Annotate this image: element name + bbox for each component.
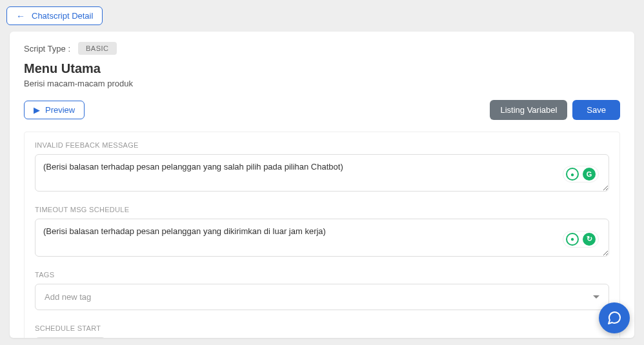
timeout-msg-textarea[interactable] xyxy=(35,219,609,256)
grammar-widget-2: ● ↻ xyxy=(563,231,599,248)
tags-select[interactable]: Add new tag xyxy=(35,284,609,310)
back-label: Chatscript Detail xyxy=(32,11,93,21)
chevron-down-icon xyxy=(593,295,599,299)
listing-variabel-button[interactable]: Listing Variabel xyxy=(490,100,567,120)
bulb-icon[interactable]: ● xyxy=(566,233,579,246)
script-type-chip: BASIC xyxy=(78,42,117,55)
invalid-feedback-label: INVALID FEEBACK MESSAGE xyxy=(35,141,609,149)
arrow-left-icon: ← xyxy=(16,12,25,21)
tags-placeholder: Add new tag xyxy=(45,292,91,302)
form-area: INVALID FEEBACK MESSAGE ● G TIMEOUT MSG … xyxy=(24,132,620,338)
play-icon: ▶ xyxy=(34,105,40,115)
save-button[interactable]: Save xyxy=(572,100,620,120)
grammar-check-icon[interactable]: G xyxy=(583,168,596,181)
grammar-check-icon[interactable]: ↻ xyxy=(583,233,596,246)
grammar-widget: ● G xyxy=(563,166,599,182)
schedule-start-label: SCHEDULE START xyxy=(35,324,609,332)
bulb-icon[interactable]: ● xyxy=(566,168,579,181)
timeout-msg-label: TIMEOUT MSG SCHEDULE xyxy=(35,206,609,213)
content-card: Script Type : BASIC Menu Utama Berisi ma… xyxy=(10,32,634,338)
script-type-label: Script Type : xyxy=(24,44,70,54)
back-button[interactable]: ← Chatscript Detail xyxy=(6,6,103,25)
page-subtitle: Berisi macam-macam produk xyxy=(24,79,620,88)
tags-label: TAGS xyxy=(35,271,609,279)
preview-button[interactable]: ▶ Preview xyxy=(24,101,85,119)
chat-fab[interactable] xyxy=(599,302,630,333)
script-type-row: Script Type : BASIC xyxy=(24,42,620,55)
chat-icon xyxy=(607,310,622,326)
preview-label: Preview xyxy=(45,105,75,115)
invalid-feedback-textarea[interactable] xyxy=(35,154,609,192)
page-title: Menu Utama xyxy=(24,61,620,76)
schedule-start-input[interactable]: 07:00 AM xyxy=(35,337,106,338)
